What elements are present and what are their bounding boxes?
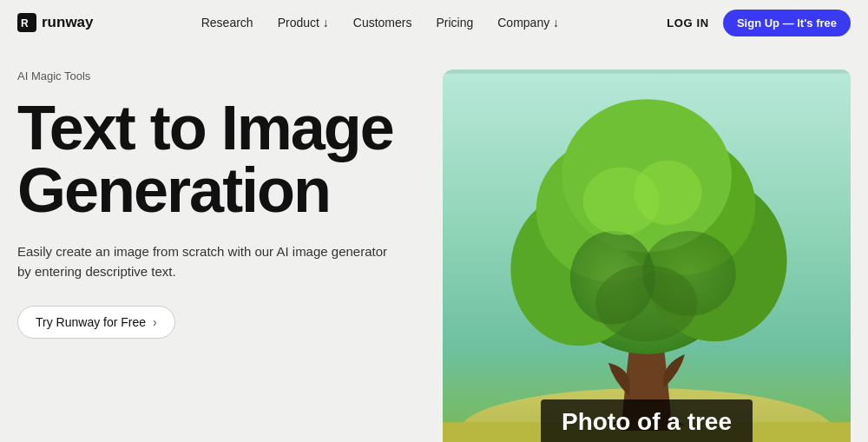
svg-point-13 [595, 265, 698, 341]
nav-research[interactable]: Research [201, 16, 253, 30]
nav-product[interactable]: Product ↓ [278, 16, 329, 30]
hero-description: Easily create an image from scratch with… [17, 242, 391, 281]
nav-links: Research Product ↓ Customers Pricing Com… [201, 16, 559, 30]
logo[interactable]: R runway [17, 13, 94, 32]
tree-svg [443, 69, 851, 442]
signup-button[interactable]: Sign Up — It's free [723, 10, 851, 36]
hero-title-line2: Generation [17, 155, 330, 225]
nav-customers[interactable]: Customers [353, 16, 412, 30]
nav-company[interactable]: Company ↓ [497, 16, 559, 30]
cta-button[interactable]: Try Runway for Free › [17, 306, 175, 339]
login-button[interactable]: LOG IN [667, 16, 709, 30]
logo-text: runway [42, 14, 94, 31]
image-label: Photo of a tree [443, 399, 851, 442]
svg-text:R: R [21, 17, 29, 30]
hero-title-line1: Text to Image [17, 93, 393, 162]
nav-pricing[interactable]: Pricing [436, 16, 473, 30]
svg-point-15 [634, 161, 701, 225]
image-prompt-text: Photo of a tree [541, 399, 753, 442]
hero-title: Text to Image Generation [17, 96, 425, 221]
nav-auth: LOG IN Sign Up — It's free [667, 10, 851, 36]
tree-visual [443, 69, 851, 442]
main-content: AI Magic Tools Text to Image Generation … [0, 45, 868, 442]
runway-logo-icon: R [17, 13, 36, 32]
navbar: R runway Research Product ↓ Customers Pr… [0, 0, 868, 45]
hero-image: Photo of a tree [443, 69, 851, 442]
chevron-right-icon: › [153, 315, 157, 329]
cta-label: Try Runway for Free [36, 315, 146, 329]
hero-left: AI Magic Tools Text to Image Generation … [17, 69, 443, 442]
breadcrumb: AI Magic Tools [17, 69, 425, 82]
tree-image-container: Photo of a tree [443, 69, 851, 442]
